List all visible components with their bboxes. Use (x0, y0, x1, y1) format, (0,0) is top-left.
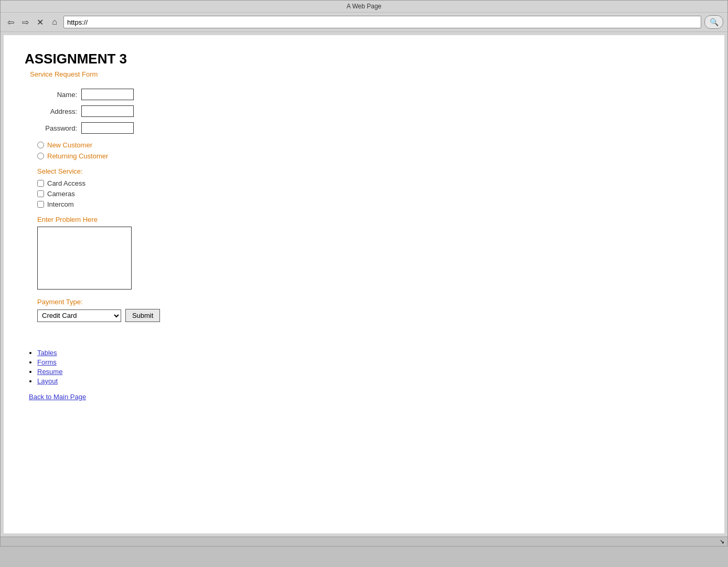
form-subtitle: Service Request Form (30, 70, 703, 78)
nav-links-list: Tables Forms Resume Layout (27, 348, 703, 385)
returning-customer-label: Returning Customer (47, 152, 108, 160)
card-access-option[interactable]: Card Access (37, 179, 703, 187)
name-input[interactable] (81, 89, 134, 100)
intercom-label: Intercom (47, 200, 74, 208)
list-item-resume: Resume (37, 367, 703, 376)
payment-select[interactable]: Credit Card Cash Check (37, 309, 121, 322)
layout-link[interactable]: Layout (37, 377, 58, 385)
services-group: Card Access Cameras Intercom (37, 179, 703, 208)
cameras-label: Cameras (47, 190, 75, 198)
problem-label: Enter Problem Here (37, 216, 703, 223)
browser-title-bar: A Web Page (1, 1, 727, 13)
address-bar[interactable] (63, 16, 701, 28)
stop-button[interactable]: ✕ (34, 16, 46, 28)
name-field-row: Name: (35, 89, 703, 100)
forward-button[interactable]: ⇨ (19, 16, 31, 28)
intercom-option[interactable]: Intercom (37, 200, 703, 208)
list-item-layout: Layout (37, 377, 703, 385)
select-service-label: Select Service: (37, 167, 703, 175)
card-access-checkbox[interactable] (37, 180, 44, 187)
password-field-row: Password: (35, 122, 703, 134)
browser-title: A Web Page (347, 3, 382, 10)
intercom-checkbox[interactable] (37, 201, 44, 208)
form-section: Name: Address: Password: New Customer (35, 89, 703, 338)
cameras-checkbox[interactable] (37, 190, 44, 197)
list-item-forms: Forms (37, 358, 703, 366)
payment-type-label: Payment Type: (37, 298, 703, 306)
address-field-row: Address: (35, 105, 703, 117)
resize-handle-icon: ↘ (720, 538, 724, 545)
address-input[interactable] (81, 105, 134, 117)
resume-link[interactable]: Resume (37, 368, 62, 376)
submit-button[interactable]: Submit (125, 309, 160, 322)
browser-window: A Web Page ⇦ ⇨ ✕ ⌂ 🔍 ASSIGNMENT 3 Servic… (0, 0, 728, 547)
problem-textarea[interactable] (37, 227, 132, 290)
browser-statusbar: ↘ (1, 537, 727, 546)
nav-links: Tables Forms Resume Layout Back to Main … (27, 348, 703, 401)
password-label: Password: (35, 124, 77, 132)
returning-customer-radio[interactable] (37, 153, 44, 159)
name-label: Name: (35, 91, 77, 99)
card-access-label: Card Access (47, 179, 85, 187)
customer-type-group: New Customer Returning Customer (37, 141, 703, 160)
page-content: ASSIGNMENT 3 Service Request Form Name: … (4, 35, 724, 533)
password-input[interactable] (81, 122, 134, 134)
tables-link[interactable]: Tables (37, 349, 57, 357)
list-item-tables: Tables (37, 348, 703, 357)
back-to-main-link[interactable]: Back to Main Page (29, 393, 86, 401)
page-title: ASSIGNMENT 3 (25, 51, 703, 67)
new-customer-option[interactable]: New Customer (37, 141, 703, 149)
cameras-option[interactable]: Cameras (37, 190, 703, 198)
back-button[interactable]: ⇦ (5, 16, 16, 28)
home-button[interactable]: ⌂ (49, 16, 60, 28)
search-button[interactable]: 🔍 (704, 15, 723, 29)
address-label: Address: (35, 108, 77, 115)
new-customer-label: New Customer (47, 141, 92, 149)
browser-toolbar: ⇦ ⇨ ✕ ⌂ 🔍 (1, 13, 727, 32)
returning-customer-option[interactable]: Returning Customer (37, 152, 703, 160)
search-icon: 🔍 (710, 18, 719, 26)
new-customer-radio[interactable] (37, 142, 44, 148)
forms-link[interactable]: Forms (37, 358, 57, 366)
